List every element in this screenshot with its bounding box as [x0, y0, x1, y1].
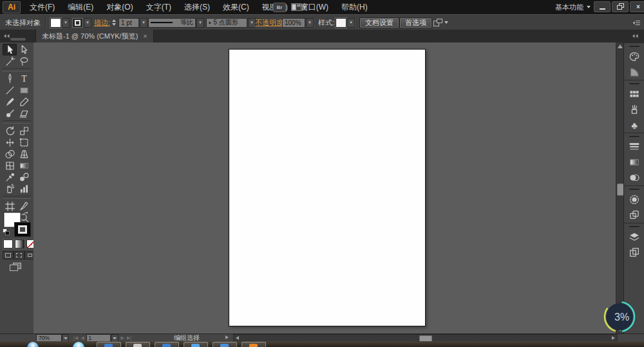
control-panel-menu-icon[interactable] — [632, 15, 641, 30]
menu-item-0[interactable]: 文件(F) — [23, 0, 61, 14]
document-tab[interactable]: 未标题-1 @ 70% (CMYK/预览) × — [35, 30, 154, 42]
prev-artboard-icon[interactable]: ◀ — [80, 335, 84, 341]
bridge-button[interactable]: Br — [273, 3, 286, 12]
symbol-sprayer-tool[interactable] — [3, 183, 17, 194]
screen-mode-button[interactable] — [9, 262, 22, 272]
shape-builder-tool[interactable] — [3, 148, 17, 160]
menu-item-1[interactable]: 编辑(E) — [61, 0, 100, 14]
last-artboard-icon[interactable]: ▶| — [127, 335, 131, 341]
stroke-width-value[interactable]: 1 pt — [118, 18, 139, 28]
arrange-documents-button[interactable] — [291, 3, 309, 12]
width-tool[interactable] — [3, 136, 17, 148]
stroke-color-picker[interactable]: ▼ — [72, 15, 91, 30]
panel-artboards-button[interactable] — [624, 245, 644, 260]
panel-appearance-button[interactable] — [624, 192, 644, 207]
opacity-value[interactable]: 100% — [282, 18, 305, 28]
rotate-tool[interactable] — [3, 125, 17, 136]
status-expand-icon[interactable] — [225, 335, 229, 339]
taskbar-icon-browser[interactable] — [73, 342, 84, 347]
tab-close-icon[interactable]: × — [143, 32, 147, 40]
scroll-right-icon[interactable] — [612, 336, 615, 340]
panel-swatches-button[interactable] — [624, 86, 644, 102]
blob-brush-tool[interactable] — [3, 108, 17, 119]
taskbar-app-5[interactable] — [213, 342, 237, 347]
draw-behind-button[interactable] — [14, 251, 24, 259]
lasso-tool[interactable] — [17, 55, 31, 67]
preferences-button[interactable]: 首选项 — [399, 17, 432, 28]
dock-group-grip[interactable] — [629, 83, 639, 84]
slice-tool[interactable] — [17, 200, 31, 212]
panel-transparency-button[interactable] — [624, 170, 644, 185]
scroll-left-icon[interactable] — [236, 336, 239, 340]
toolbar-grip[interactable] — [10, 38, 26, 41]
menu-item-3[interactable]: 文字(T) — [140, 0, 178, 14]
panel-brushes-button[interactable] — [624, 102, 644, 117]
perspective-grid-tool[interactable] — [17, 148, 31, 160]
panel-color-guide-button[interactable] — [624, 64, 644, 80]
style-picker[interactable]: ▼ — [336, 15, 355, 30]
blend-tool[interactable] — [17, 171, 31, 183]
taskbar-app-illustrator[interactable] — [242, 342, 266, 347]
workspace-switcher[interactable]: 基本功能 — [555, 0, 591, 14]
eyedropper-tool[interactable] — [3, 171, 17, 183]
pen-tool[interactable] — [3, 73, 17, 84]
next-artboard-icon[interactable]: ▶ — [121, 335, 124, 341]
minimize-button[interactable] — [594, 1, 611, 12]
close-button[interactable]: × — [630, 1, 644, 12]
collapse-toolbar-icon[interactable] — [3, 33, 10, 39]
paintbrush-tool[interactable] — [3, 96, 17, 108]
pencil-tool[interactable] — [17, 96, 31, 108]
width-profile-combo[interactable]: 等比 ▼ — [148, 15, 204, 30]
brush-definition-combo[interactable]: • 5 点圆形 ▼ — [206, 15, 256, 30]
stroke-width-stepper[interactable] — [112, 15, 117, 30]
eraser-tool[interactable] — [17, 108, 31, 119]
panel-symbols-button[interactable]: ♣ — [624, 117, 644, 133]
mesh-tool[interactable] — [3, 160, 17, 171]
rectangle-tool[interactable] — [17, 84, 31, 96]
artboard[interactable] — [229, 49, 426, 326]
menu-item-5[interactable]: 效果(C) — [216, 0, 256, 14]
selection-tool[interactable] — [3, 44, 17, 55]
start-button[interactable] — [27, 342, 39, 347]
fill-color-picker[interactable]: ▼ — [50, 15, 70, 30]
panel-layers-button[interactable] — [624, 229, 644, 245]
taskbar-app-3[interactable] — [155, 342, 179, 347]
menu-item-4[interactable]: 选择(S) — [178, 0, 216, 14]
color-button[interactable] — [3, 239, 13, 249]
type-tool[interactable]: T — [17, 73, 31, 84]
restore-button[interactable] — [612, 1, 629, 12]
artboard-tool[interactable] — [3, 200, 17, 212]
opacity-combo[interactable]: 100%▼ — [282, 15, 314, 30]
panel-graphic-styles-button[interactable] — [624, 207, 644, 223]
stroke-color-indicator[interactable] — [14, 222, 31, 237]
scroll-up-icon[interactable] — [618, 44, 623, 48]
stroke-panel-link[interactable]: 描边: — [94, 15, 110, 30]
gradient-tool[interactable] — [17, 160, 31, 171]
taskbar-app-4[interactable] — [184, 342, 208, 347]
expand-dock-icon[interactable] — [631, 33, 639, 39]
taskbar-app-1[interactable] — [97, 342, 121, 347]
line-segment-tool[interactable] — [3, 84, 17, 96]
dock-group-grip[interactable] — [629, 189, 639, 190]
panel-color-button[interactable] — [624, 49, 644, 64]
canvas-pasteboard[interactable] — [33, 42, 616, 333]
opacity-panel-link[interactable]: 不透明度 — [255, 15, 283, 30]
scale-tool[interactable] — [17, 125, 31, 136]
taskbar-app-2[interactable] — [126, 342, 150, 347]
dock-group-grip[interactable] — [629, 136, 639, 137]
swap-fill-stroke-icon[interactable] — [23, 211, 30, 218]
draw-normal-button[interactable] — [3, 251, 14, 259]
panel-gradient-button[interactable] — [624, 155, 644, 170]
direct-selection-tool[interactable] — [17, 44, 31, 55]
default-fill-stroke-icon[interactable] — [3, 229, 10, 236]
stroke-width-combo[interactable]: 1 pt▼ — [118, 15, 147, 30]
gradient-button[interactable] — [15, 239, 24, 249]
free-transform-tool[interactable] — [17, 136, 31, 148]
dock-group-grip[interactable] — [629, 226, 639, 227]
menu-item-2[interactable]: 对象(O) — [100, 0, 139, 14]
panel-stroke-button[interactable] — [624, 139, 644, 155]
dock-group-grip[interactable] — [629, 46, 639, 47]
menu-item-8[interactable]: 帮助(H) — [335, 0, 374, 14]
first-artboard-icon[interactable]: |◀ — [73, 335, 78, 341]
magic-wand-tool[interactable] — [3, 55, 17, 67]
